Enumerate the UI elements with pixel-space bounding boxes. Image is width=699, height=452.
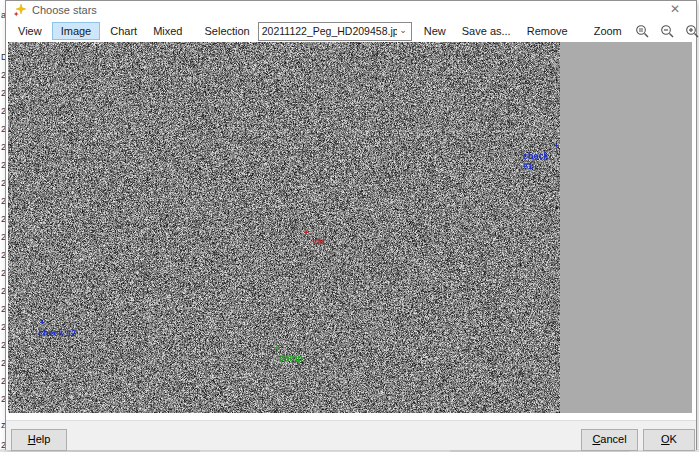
zoom-fit-icon[interactable] [635,23,650,40]
ok-button[interactable]: OK [643,429,695,451]
tab-chart[interactable]: Chart [104,22,143,40]
tab-image[interactable]: Image [52,22,101,40]
star-marker-icon[interactable]: + [554,143,559,149]
image-view: check #1+var+check #2+comp+ [6,42,696,413]
zoom-in-icon[interactable] [685,23,699,40]
star-sparkle-icon [13,4,26,17]
remove-button[interactable]: Remove [521,22,574,40]
star-label[interactable]: check #1 [523,151,560,171]
star-label[interactable]: var [312,236,326,246]
window-title: Choose stars [32,4,97,16]
star-label[interactable]: comp [279,353,303,363]
new-button[interactable]: New [418,22,452,40]
close-icon[interactable]: ✕ [658,1,692,19]
selection-combobox[interactable]: 20211122_Peg_HD209458.jpg ⌄ [258,22,412,41]
dialog-footer: Help Cancel OK [6,420,696,450]
star-label[interactable]: check #2 [38,328,76,338]
chevron-down-icon: ⌄ [397,25,411,37]
selection-value: 20211122_Peg_HD209458.jpg [259,25,397,37]
star-marker-icon[interactable]: + [304,230,309,236]
star-marker-icon[interactable]: + [40,320,45,326]
tab-view[interactable]: View [12,22,48,40]
toolbar: View Image Chart Mixed Selection 2021112… [6,20,696,42]
star-marker-icon[interactable]: + [274,345,279,351]
zoom-out-icon[interactable] [660,23,675,40]
zoom-button[interactable]: Zoom [588,22,628,40]
tab-mixed[interactable]: Mixed [147,22,188,40]
choose-stars-dialog: Choose stars ✕ View Image Chart Mixed Se… [5,0,697,450]
cancel-button[interactable]: Cancel [581,429,638,451]
save-as-button[interactable]: Save as... [456,22,517,40]
image-side-panel [560,42,692,413]
selection-label: Selection [204,25,249,37]
title-bar[interactable]: Choose stars ✕ [6,1,696,20]
help-button[interactable]: Help [11,429,67,451]
